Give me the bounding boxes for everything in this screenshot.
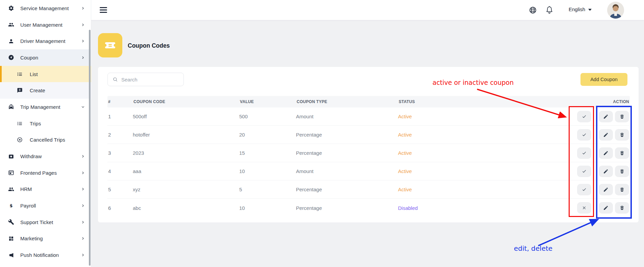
cell-coupon-code: aaa [133,168,239,174]
cell-value: 10 [239,168,296,174]
cell-coupon-type: Percentage [296,187,398,192]
cell-actions [570,166,630,177]
sidebar-item-label: Marketing [20,236,43,241]
search-box [107,73,184,86]
sidebar-item-driver-management[interactable]: Driver Management [0,33,91,49]
cell-value: 500 [239,114,296,119]
chevron-down-icon [81,105,85,109]
sidebar-item-label: Service Management [20,5,69,11]
table-header: #COUPON CODEVALUECOUPON TYPESTATUSACTION [107,96,630,107]
edit-button[interactable] [599,111,613,122]
hamburger-menu-icon[interactable] [100,7,107,13]
delete-button[interactable] [615,147,629,159]
cell-coupon-code: 2023 [133,150,239,156]
column-header--: # [107,99,133,104]
sidebar-item-support-ticket[interactable]: Support Ticket [0,214,91,230]
toggle-status-button[interactable] [577,202,591,214]
sidebar-item-label: HRM [20,186,32,192]
sidebar-item-label: Cancelled Trips [30,137,65,143]
cell-coupon-type: Amount [296,114,398,119]
avatar[interactable] [607,2,624,19]
sidebar-item-frontend-pages[interactable]: Frontend Pages [0,165,91,181]
table-row: 1500off500AmountActive [107,107,630,126]
search-icon [113,77,118,82]
sidebar-scrollbar[interactable] [89,30,91,266]
table-row: 6abc10PercentageDisabled [107,199,630,217]
toggle-status-button[interactable] [577,147,591,159]
status-badge: Active [398,168,570,174]
pencil-icon [603,187,609,192]
edit-button[interactable] [599,147,613,159]
sidebar-item-cancelled-trips[interactable]: Cancelled Trips [0,132,91,148]
topbar: English [91,0,644,20]
delete-button[interactable] [615,202,629,214]
edit-button[interactable] [599,184,613,195]
toggle-status-button[interactable] [577,166,591,177]
trash-icon [619,132,625,138]
chevron-right-icon [81,154,85,159]
cell-value: 20 [239,132,296,138]
cell-value: 5 [239,187,296,192]
status-badge: Active [398,150,570,156]
bell-icon[interactable] [545,6,553,14]
pencil-icon [603,169,609,174]
toggle-status-button[interactable] [577,129,591,141]
status-badge: Active [398,114,570,119]
cell-value: 10 [239,205,296,211]
sidebar-item-user-management[interactable]: User Management [0,17,91,33]
sidebar-item-trips[interactable]: Trips [0,115,91,132]
pencil-icon [603,132,609,138]
toggle-status-button[interactable] [577,184,591,195]
trash-icon [619,187,625,192]
cell-actions [570,147,630,159]
sidebar-item-label: Create [30,88,45,93]
pencil-icon [603,205,609,211]
sidebar-item-marketing[interactable]: Marketing [0,230,91,247]
toggle-status-button[interactable] [577,111,591,122]
globe-icon[interactable] [529,6,537,14]
cell-actions [570,202,630,214]
sidebar-item-trip-management[interactable]: Trip Management [0,99,91,115]
edit-button[interactable] [599,166,613,177]
sidebar-item-label: List [30,71,38,77]
coupon-icon [8,54,14,60]
table-row: 4aaa10AmountActive [107,162,630,180]
sidebar-item-payroll[interactable]: $Payroll [0,197,91,214]
delete-button[interactable] [615,111,629,122]
cell-coupon-type: Percentage [296,205,398,211]
cell-actions [570,111,630,122]
delete-button[interactable] [615,184,629,195]
status-badge: Disabled [398,205,570,211]
edit-button[interactable] [599,202,613,214]
check-icon [581,187,587,192]
sidebar-nav: Service ManagementUser ManagementDriver … [0,0,91,263]
status-badge: Active [398,187,570,192]
column-header-coupon-code: COUPON CODE [133,99,239,104]
sidebar-item-label: Push Notification [20,252,59,258]
language-dropdown[interactable]: English [569,6,592,12]
users-icon [8,22,14,28]
cancel-icon [17,137,23,143]
sidebar-item-push-notification[interactable]: Push Notification [0,247,91,263]
cell-value: 15 [239,150,296,156]
search-input[interactable] [121,77,175,82]
check-icon [581,132,587,138]
list-icon [17,121,23,126]
cell-coupon-type: Percentage [296,150,398,156]
cell-actions [570,129,630,141]
table-body: 1500off500AmountActive2hotoffer20Percent… [107,107,630,217]
add-coupon-button[interactable]: Add Coupon [580,73,627,86]
caret-down-icon [588,9,592,11]
sidebar-item-withdraw[interactable]: Withdraw [0,148,91,165]
sidebar-item-coupon[interactable]: Coupon [0,49,91,66]
sidebar-item-hrm[interactable]: HRM [0,181,91,198]
sidebar-item-list[interactable]: List [0,66,91,82]
trash-icon [619,114,625,119]
sidebar-item-create[interactable]: Create [0,82,91,99]
cell-index: 3 [107,150,133,156]
sidebar-item-service-management[interactable]: Service Management [0,0,91,17]
chevron-right-icon [81,236,85,241]
edit-button[interactable] [599,129,613,141]
delete-button[interactable] [615,129,629,141]
delete-button[interactable] [615,166,629,177]
